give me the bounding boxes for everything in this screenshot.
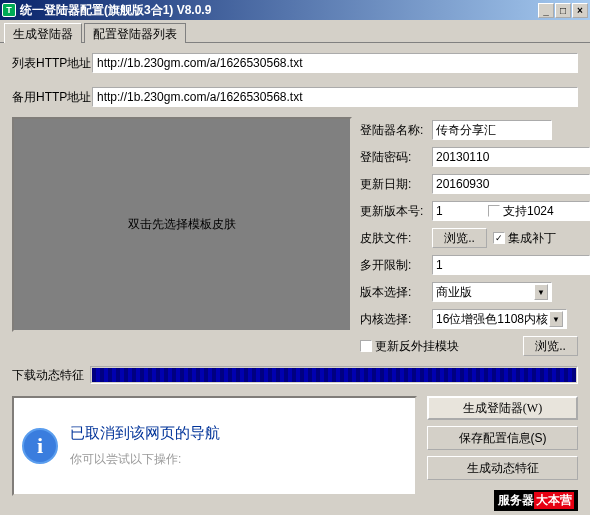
- version-select[interactable]: 商业版▼: [432, 282, 552, 302]
- titlebar: T 统一登陆器配置(旗舰版3合1) V8.0.9 _ □ ×: [0, 0, 590, 20]
- checkbox-icon: [488, 205, 500, 217]
- chevron-down-icon: ▼: [534, 284, 548, 300]
- tab-configlist[interactable]: 配置登陆器列表: [84, 23, 186, 43]
- preview-hint: 双击先选择模板皮肤: [128, 216, 236, 233]
- chevron-down-icon: ▼: [549, 311, 563, 327]
- footer-ad[interactable]: 服务器大本营: [494, 490, 578, 511]
- backup-url-input[interactable]: [92, 87, 578, 107]
- list-url-label: 列表HTTP地址: [12, 55, 92, 72]
- browse-skin-button[interactable]: 浏览..: [432, 228, 487, 248]
- close-button[interactable]: ×: [572, 3, 588, 18]
- gen-feature-button[interactable]: 生成动态特征: [427, 456, 578, 480]
- pwd-input[interactable]: [432, 147, 590, 167]
- kernel-label: 内核选择:: [360, 311, 432, 328]
- list-url-input[interactable]: [92, 53, 578, 73]
- ver-label: 更新版本号:: [360, 203, 432, 220]
- minimize-button[interactable]: _: [538, 3, 554, 18]
- window-title: 统一登陆器配置(旗舰版3合1) V8.0.9: [20, 2, 538, 19]
- app-icon: T: [2, 3, 16, 17]
- name-input[interactable]: [432, 120, 552, 140]
- chk-1024[interactable]: 支持1024: [488, 203, 554, 220]
- vsel-label: 版本选择:: [360, 284, 432, 301]
- progress-bar: [90, 366, 578, 384]
- checkbox-icon: ✓: [493, 232, 505, 244]
- chk-anticheat[interactable]: 更新反外挂模块: [360, 338, 459, 355]
- limit-input[interactable]: [432, 255, 590, 275]
- backup-url-label: 备用HTTP地址: [12, 89, 92, 106]
- tab-generate[interactable]: 生成登陆器: [4, 23, 82, 43]
- tab-strip: 生成登陆器 配置登陆器列表: [0, 20, 590, 42]
- pwd-label: 登陆密码:: [360, 149, 432, 166]
- skin-label: 皮肤文件:: [360, 230, 432, 247]
- chk-patch[interactable]: ✓集成补丁: [493, 230, 556, 247]
- limit-label: 多开限制:: [360, 257, 432, 274]
- message-pane: i 已取消到该网页的导航 你可以尝试以下操作:: [12, 396, 417, 496]
- date-label: 更新日期:: [360, 176, 432, 193]
- save-config-button[interactable]: 保存配置信息(S): [427, 426, 578, 450]
- checkbox-icon: [360, 340, 372, 352]
- browse-anti-button[interactable]: 浏览..: [523, 336, 578, 356]
- message-sub: 你可以尝试以下操作:: [70, 451, 220, 468]
- kernel-select[interactable]: 16位增强色1108内核▼: [432, 309, 567, 329]
- date-input[interactable]: [432, 174, 590, 194]
- name-label: 登陆器名称:: [360, 122, 432, 139]
- feature-label: 下载动态特征: [12, 367, 84, 384]
- generate-button[interactable]: 生成登陆器(W): [427, 396, 578, 420]
- skin-preview[interactable]: 双击先选择模板皮肤: [12, 117, 352, 332]
- maximize-button[interactable]: □: [555, 3, 571, 18]
- info-icon: i: [22, 428, 58, 464]
- message-title: 已取消到该网页的导航: [70, 424, 220, 443]
